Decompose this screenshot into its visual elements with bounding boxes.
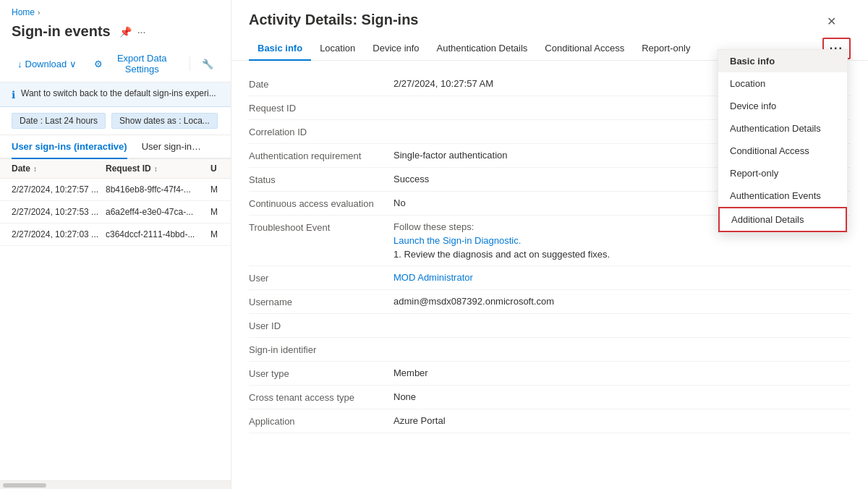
main-panel: Activity Details: Sign-ins ✕ Basic info … [231, 0, 868, 489]
tab-noninteractive[interactable]: User sign-ins (non... [142, 135, 205, 159]
field-label-cross-tenant: Cross tenant access type [249, 391, 393, 403]
cell-date-2: 2/27/2024, 10:27:03 ... [12, 229, 106, 239]
field-label-user: User [249, 272, 393, 284]
dropdown-menu: Basic info Location Device info Authenti… [718, 49, 848, 233]
field-value-user: MOD Administrator [393, 272, 851, 284]
sidebar-title-row: Sign-in events 📌 ··· [0, 20, 231, 46]
tab-interactive[interactable]: User sign-ins (interactive) [12, 135, 127, 159]
field-label-user-id: User ID [249, 320, 393, 331]
troubleshoot-link[interactable]: Launch the Sign-in Diagnostic. [393, 235, 851, 246]
cell-other-0: M [210, 184, 219, 195]
field-value-application: Azure Portal [393, 415, 851, 427]
field-value-cross-tenant: None [393, 391, 851, 403]
breadcrumb-chevron: › [38, 9, 40, 17]
sidebar-actions: ↓ Download ∨ ⚙ Export Data Settings 🔧 [0, 46, 231, 82]
field-label-status: Status [249, 174, 393, 185]
field-label-correlation-id: Correlation ID [249, 126, 393, 137]
gear-icon: ⚙ [94, 59, 103, 69]
download-chevron-icon: ∨ [69, 59, 77, 69]
download-button[interactable]: ↓ Download ∨ [12, 56, 82, 72]
export-button[interactable]: ⚙ Export Data Settings [88, 50, 184, 77]
field-username: Username admin@msdx087392.onmicrosoft.co… [249, 290, 851, 314]
dropdown-item-conditional-access[interactable]: Conditional Access [718, 140, 847, 162]
dropdown-item-location[interactable]: Location [718, 72, 847, 95]
field-user: User MOD Administrator [249, 266, 851, 290]
sort-icon-reqid: ↕ [154, 165, 158, 173]
cell-other-1: M [210, 207, 219, 217]
cell-reqid-1: a6a2eff4-e3e0-47ca-... [106, 207, 210, 217]
more-options-icon[interactable]: ··· [137, 26, 146, 38]
table-row[interactable]: 2/27/2024, 10:27:03 ... c364dccf-2111-4b… [0, 224, 231, 246]
tab-location[interactable]: Location [311, 37, 364, 61]
breadcrumb-home[interactable]: Home [12, 7, 35, 17]
user-link[interactable]: MOD Administrator [393, 272, 473, 283]
field-cross-tenant: Cross tenant access type None [249, 386, 851, 409]
dropdown-item-basic-info[interactable]: Basic info [718, 50, 847, 72]
dropdown-item-auth-events[interactable]: Authentication Events [718, 184, 847, 207]
dropdown-item-report-only[interactable]: Report-only [718, 162, 847, 184]
tools-icon: 🔧 [202, 59, 213, 69]
tab-device-info[interactable]: Device info [364, 37, 427, 61]
field-label-auth-req: Authentication requirement [249, 150, 393, 161]
table-row[interactable]: 2/27/2024, 10:27:57 ... 8b416eb8-9ffc-47… [0, 179, 231, 201]
field-label-request-id: Request ID [249, 102, 393, 114]
table-header: Date ↕ Request ID ↕ U [0, 159, 231, 179]
panel-title: Activity Details: Sign-ins [249, 12, 419, 28]
dropdown-item-additional-details[interactable]: Additional Details [718, 207, 847, 232]
cell-other-2: M [210, 229, 219, 239]
panel-header: Activity Details: Sign-ins ✕ [231, 0, 868, 31]
field-label-continuous-access: Continuous access evaluation [249, 197, 393, 209]
field-label-username: Username [249, 296, 393, 307]
cell-reqid-2: c364dccf-2111-4bbd-... [106, 229, 210, 239]
sidebar-filters: Date : Last 24 hours Show dates as : Loc… [0, 107, 231, 135]
tab-auth-details[interactable]: Authentication Details [428, 37, 537, 61]
info-text: Want to switch back to the default sign-… [21, 88, 216, 98]
field-signin-identifier: Sign-in identifier [249, 338, 851, 362]
dropdown-item-device-info[interactable]: Device info [718, 95, 847, 117]
field-value-username: admin@msdx087392.onmicrosoft.com [393, 296, 851, 307]
field-label-signin-identifier: Sign-in identifier [249, 344, 393, 355]
table-row[interactable]: 2/27/2024, 10:27:53 ... a6a2eff4-e3e0-47… [0, 201, 231, 224]
field-application: Application Azure Portal [249, 409, 851, 433]
tab-conditional-access[interactable]: Conditional Access [536, 37, 633, 61]
download-label: Download [25, 59, 67, 69]
info-icon: ℹ [12, 89, 15, 101]
scrollbar-thumb [3, 483, 46, 488]
export-label: Export Data Settings [106, 53, 178, 75]
close-button[interactable]: ✕ [824, 12, 839, 31]
tools-button[interactable]: 🔧 [196, 56, 219, 72]
sidebar: Home › Sign-in events 📌 ··· ↓ Download ∨… [0, 0, 231, 489]
sidebar-title-icons: 📌 ··· [119, 26, 146, 38]
field-user-id: User ID [249, 314, 851, 338]
table-rows: 2/27/2024, 10:27:57 ... 8b416eb8-9ffc-47… [0, 179, 231, 480]
pin-icon[interactable]: 📌 [119, 26, 132, 38]
field-label-date: Date [249, 78, 393, 90]
col-other-header: U [210, 163, 219, 174]
tab-report-only[interactable]: Report-only [633, 37, 699, 61]
dropdown-item-auth-details[interactable]: Authentication Details [718, 117, 847, 140]
breadcrumb: Home › [0, 0, 231, 20]
sidebar-tabs: User sign-ins (interactive) User sign-in… [0, 135, 231, 159]
download-icon: ↓ [17, 59, 22, 69]
field-value-signin-identifier [393, 344, 851, 355]
filter-show[interactable]: Show dates as : Loca... [111, 113, 218, 129]
troubleshoot-step1: 1. Review the diagnosis and act on sugge… [393, 249, 851, 260]
info-bar: ℹ Want to switch back to the default sig… [0, 82, 231, 107]
col-reqid-header[interactable]: Request ID ↕ [106, 163, 210, 174]
field-label-application: Application [249, 415, 393, 427]
cell-date-0: 2/27/2024, 10:27:57 ... [12, 184, 106, 195]
cell-date-1: 2/27/2024, 10:27:53 ... [12, 207, 106, 217]
field-label-user-type: User type [249, 367, 393, 379]
col-date-header[interactable]: Date ↕ [12, 163, 106, 174]
cell-reqid-0: 8b416eb8-9ffc-47f4-... [106, 184, 210, 195]
filter-date[interactable]: Date : Last 24 hours [12, 113, 106, 129]
field-value-user-type: Member [393, 367, 851, 379]
field-value-user-id [393, 320, 851, 331]
sort-icon-date: ↕ [33, 165, 37, 173]
field-user-type: User type Member [249, 362, 851, 386]
tab-basic-info[interactable]: Basic info [249, 37, 311, 61]
sidebar-title: Sign-in events [12, 23, 111, 40]
field-label-troubleshoot: Troubleshoot Event [249, 221, 393, 233]
action-separator [190, 56, 190, 71]
horizontal-scrollbar[interactable] [0, 480, 231, 489]
